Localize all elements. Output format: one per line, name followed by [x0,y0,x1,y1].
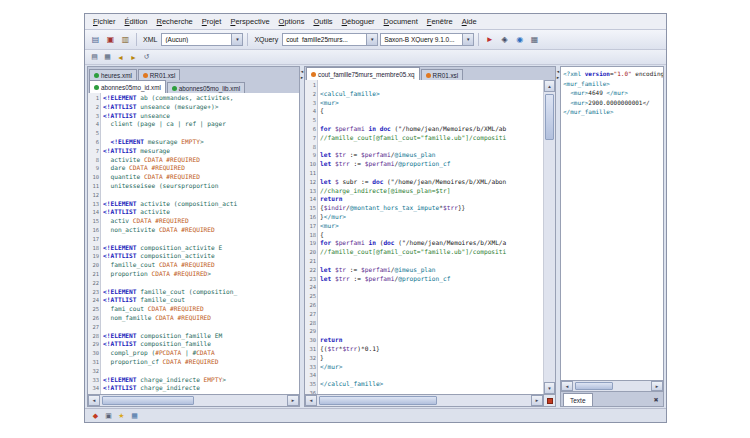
line-number: 9 [305,151,316,160]
menu-options[interactable]: Options [275,16,309,27]
middle-vscrollbar[interactable]: ▲ ▼ [543,80,555,394]
menu-aide[interactable]: Aide [458,16,481,27]
left-hscroll-thumb[interactable] [102,396,194,405]
document-status-icon[interactable]: ▣ [103,410,114,421]
left-editor-code[interactable]: <!ELEMENT ab (commandes, activites,<!ATT… [101,93,299,394]
open-book-icon[interactable]: ▥ [119,33,132,46]
middle-hscroll-thumb[interactable] [319,396,437,405]
left-tab-row-2: abonnes05mo_id.xmlabonnes05mo_lib.xml [88,80,299,93]
code-line: //famille_cout[@famil_cout="famille.ub"]… [320,248,543,257]
last-edit-location-icon[interactable]: ↺ [141,52,152,63]
middle-hscroll-track[interactable] [317,395,531,406]
new-document-icon[interactable]: ▤ [89,33,102,46]
dropdown-icon[interactable]: ▼ [231,34,242,45]
scroll-up-icon[interactable]: ▲ [544,80,555,92]
middle-hscrollbar[interactable]: ◄ ► [305,394,555,406]
tab-rr01-xsl[interactable]: RR01.xsl [138,69,181,80]
forward-icon[interactable]: ► [128,52,139,63]
middle-editor-code[interactable]: <calcul_famille><mur>{for $perfami in do… [318,80,543,394]
xquery-scenario-combo[interactable]: cout_famille25murs... ▼ [282,33,378,46]
scroll-left-icon[interactable]: ◄ [88,395,100,406]
dropdown-icon[interactable]: ▼ [462,34,473,45]
back-icon[interactable]: ◄ [115,52,126,63]
line-number: 5 [88,129,99,138]
code-line: <!ATTLIST famille_cout [103,296,299,305]
navigation-toolbar: ▤▦◄►↺ [85,50,666,65]
xquery-scenario-value: cout_famille25murs... [283,36,366,43]
menu-dition[interactable]: Édition [121,16,152,27]
configure-transformation-icon[interactable]: ◈ [498,33,511,46]
left-tab-row-1: heures.xmlRR01.xsl [88,67,299,80]
line-number: 32 [88,367,99,376]
code-line: let $tr := $perfami/@imeus_plan [320,266,543,275]
code-line: proportion CDATA #REQUIRED> [103,270,299,279]
xquery-engine-combo[interactable]: Saxon-B XQuery 9.1.0... ▼ [380,33,474,46]
code-line: <!ATTLIST composition_famille [103,340,299,349]
tab-cout-famille75murs-membre05-xq[interactable]: cout_famille75murs_membre05.xq [306,67,420,80]
tab-texte[interactable]: Texte [563,393,593,406]
results-hscrollbar[interactable]: ◄ ► [561,380,663,391]
code-line [320,143,543,152]
code-line: famille_cout CDATA #REQUIRED [103,261,299,270]
dock-grid-icon[interactable]: ▦ [528,33,541,46]
toolbar-file-icons: ▤▣▥ [89,33,132,46]
results-hscroll-thumb[interactable] [575,382,613,390]
error-indicator-icon[interactable] [543,395,555,406]
line-number: 26 [88,314,99,323]
scroll-right-icon[interactable]: ► [287,395,299,406]
toolbar-nav-icons: ▤▦◄►↺ [89,52,152,63]
menu-recherche[interactable]: Recherche [152,16,196,27]
line-number: 35 [305,380,316,389]
menu-projet[interactable]: Projet [198,16,226,27]
middle-vscroll-thumb[interactable] [545,94,554,140]
scroll-right-icon[interactable]: ► [531,395,543,406]
code-line: { [320,107,543,116]
code-line [103,279,299,288]
left-hscroll-track[interactable] [100,395,287,406]
scroll-left-icon[interactable]: ◄ [305,395,317,406]
tab-rr01-xsl[interactable]: RR01.xsl [421,69,464,80]
save-icon[interactable]: ▣ [104,33,117,46]
scroll-right-icon[interactable]: ► [651,381,663,391]
code-line: <mur>4649 </mur> [563,88,663,98]
left-hscrollbar[interactable]: ◄ ► [88,394,299,406]
code-line [103,235,299,244]
close-icon[interactable]: ✖ [651,394,661,404]
scroll-left-icon[interactable]: ◄ [561,381,573,391]
tab-abonnes05mo-lib-xml[interactable]: abonnes05mo_lib.xml [167,82,245,93]
code-line: <!ELEMENT charge_indirecte EMPTY> [103,376,299,385]
results-hscroll-track[interactable] [573,381,651,391]
left-editor[interactable]: 1234567891011121314151617181920212223242… [88,93,299,394]
menu-outils[interactable]: Outils [309,16,336,27]
grid-status-icon[interactable]: ▦ [129,410,140,421]
xml-scenario-combo[interactable]: (Aucun) ▼ [161,33,243,46]
status-bar: ◆▣★▦ [85,408,666,422]
line-number: 2 [88,103,99,112]
line-number: 10 [88,173,99,182]
bookmark-star-icon[interactable]: ★ [116,410,127,421]
menu-d-boguer[interactable]: Déboguer [338,16,379,27]
tab-heures-xml[interactable]: heures.xml [89,69,137,80]
menu-fen-tre[interactable]: Fenêtre [423,16,457,27]
menu-perspective[interactable]: Perspective [226,16,273,27]
menu-fichier[interactable]: Fichier [89,16,120,27]
line-number: 29 [305,327,316,336]
menu-document[interactable]: Document [380,16,422,27]
tab-abonnes05mo-id-xml[interactable]: abonnes05mo_id.xml [89,80,166,93]
xquery-output[interactable]: <?xml version="1.0" encoding="<mur_famil… [561,67,663,380]
middle-vscroll-track[interactable] [544,92,555,382]
scroll-down-icon[interactable]: ▼ [544,382,555,394]
apply-transformation-icon[interactable]: ► [483,33,496,46]
xml-scenario-value: (Aucun) [162,36,231,43]
code-line [103,367,299,376]
code-line: </calcul_famille> [320,380,543,389]
line-number: 22 [305,266,316,275]
error-status-icon[interactable]: ◆ [90,410,101,421]
line-number: 18 [305,231,316,240]
grid-view-icon[interactable]: ▦ [102,52,113,63]
dropdown-icon[interactable]: ▼ [366,34,377,45]
outline-view-icon[interactable]: ▤ [89,52,100,63]
line-number: 7 [88,147,99,156]
middle-editor[interactable]: 1234567891011121314151617181920212223242… [305,80,555,394]
debug-icon[interactable]: ◉ [513,33,526,46]
